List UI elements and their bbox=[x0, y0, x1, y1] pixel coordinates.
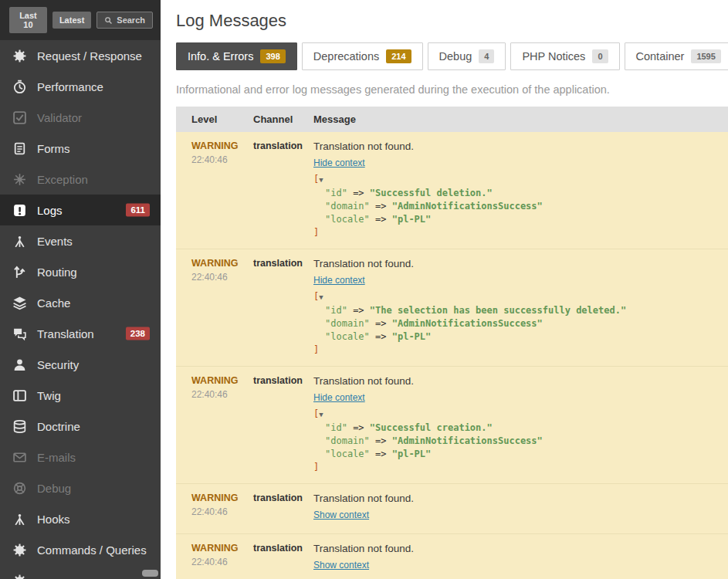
dump-value: "AdminNotificationsSuccess" bbox=[392, 318, 543, 329]
gears-icon bbox=[12, 543, 27, 557]
table-row: WARNING 22:40:46 translation Translation… bbox=[176, 534, 728, 579]
sidebar-item-commands-queries[interactable]: Commands / Queries bbox=[0, 534, 161, 565]
log-message: Translation not found. bbox=[313, 375, 728, 387]
route-icon bbox=[12, 265, 27, 279]
dump-key: "id" bbox=[325, 188, 347, 198]
hide-context-link[interactable]: Hide context bbox=[313, 157, 365, 168]
layers-icon bbox=[12, 296, 27, 310]
gears-icon bbox=[12, 49, 27, 63]
dump-key: "locale" bbox=[325, 449, 370, 459]
speech-bubbles-icon bbox=[12, 327, 27, 341]
last-10-button[interactable]: Last 10 bbox=[9, 7, 47, 33]
database-icon bbox=[12, 419, 27, 434]
sidebar-item-label: Request / Response bbox=[37, 49, 142, 63]
dump-key: "locale" bbox=[325, 331, 370, 342]
translation-count-badge: 238 bbox=[126, 327, 150, 340]
log-time: 22:40:46 bbox=[191, 272, 253, 283]
sidebar-item-validator: Validator bbox=[0, 102, 161, 133]
show-context-link[interactable]: Show context bbox=[313, 560, 369, 571]
profiler-window: Last 10 Latest Search Request / Response… bbox=[0, 0, 728, 579]
burst-icon bbox=[12, 172, 27, 187]
log-table: Level Channel Message WARNING 22:40:46 t… bbox=[176, 107, 728, 579]
table-row: WARNING 22:40:46 translation Translation… bbox=[176, 484, 728, 534]
sidebar-item-request-response[interactable]: Request / Response bbox=[0, 40, 161, 71]
dump-arrow: => bbox=[375, 214, 386, 225]
sidebar-item-performance[interactable]: Performance bbox=[0, 71, 161, 102]
log-time: 22:40:46 bbox=[191, 389, 253, 400]
sidebar-item-partial[interactable] bbox=[0, 565, 161, 579]
tab-count-badge: 4 bbox=[479, 49, 494, 63]
panel-description: Informational and error log messages gen… bbox=[176, 83, 728, 96]
sidebar-item-exception: Exception bbox=[0, 164, 161, 195]
sidebar-item-hooks[interactable]: Hooks bbox=[0, 503, 161, 534]
sidebar: Last 10 Latest Search Request / Response… bbox=[0, 0, 161, 579]
gears-icon bbox=[12, 574, 27, 579]
log-channel: translation bbox=[253, 141, 313, 239]
dump-value: "AdminNotificationsSuccess" bbox=[392, 201, 543, 212]
context-dump: [▼ "id" => "The selection has been succe… bbox=[313, 290, 728, 357]
lifebuoy-icon bbox=[12, 481, 27, 496]
tab-container[interactable]: Container 1595 bbox=[625, 42, 728, 70]
dump-value: "AdminNotificationsSuccess" bbox=[392, 435, 543, 446]
sidebar-item-events[interactable]: Events bbox=[0, 225, 161, 256]
sidebar-item-label: Performance bbox=[37, 80, 103, 93]
collapse-triangle-icon[interactable]: ▼ bbox=[319, 176, 323, 184]
dump-arrow: => bbox=[375, 201, 386, 212]
tab-deprecations[interactable]: Deprecations 214 bbox=[302, 42, 423, 70]
sidebar-item-translation[interactable]: Translation 238 bbox=[0, 318, 161, 349]
sidebar-item-cache[interactable]: Cache bbox=[0, 287, 161, 318]
collapse-triangle-icon[interactable]: ▼ bbox=[319, 411, 323, 418]
search-icon bbox=[104, 16, 113, 25]
tab-debug[interactable]: Debug 4 bbox=[428, 42, 506, 70]
dump-key: "locale" bbox=[325, 214, 370, 225]
tab-bar: Info. & Errors 398 Deprecations 214 Debu… bbox=[176, 42, 728, 70]
search-button[interactable]: Search bbox=[97, 12, 153, 29]
dump-key: "domain" bbox=[325, 318, 370, 329]
log-message: Translation not found. bbox=[313, 258, 728, 269]
tab-info-errors[interactable]: Info. & Errors 398 bbox=[176, 42, 297, 70]
collapse-triangle-icon[interactable]: ▼ bbox=[319, 293, 323, 301]
tab-count-badge: 398 bbox=[260, 49, 285, 63]
sidebar-item-label: E-mails bbox=[37, 451, 76, 464]
log-time: 22:40:46 bbox=[191, 557, 253, 567]
hide-context-link[interactable]: Hide context bbox=[313, 275, 365, 286]
sidebar-item-label: Exception bbox=[37, 173, 88, 186]
context-dump: [▼ "id" => "Successful deletion." "domai… bbox=[313, 173, 728, 239]
log-time: 22:40:46 bbox=[191, 506, 253, 517]
antenna-icon bbox=[12, 234, 27, 249]
tab-label: Deprecations bbox=[313, 50, 379, 63]
main-panel: Log Messages Info. & Errors 398 Deprecat… bbox=[161, 0, 728, 579]
sidebar-item-debug: Debug bbox=[0, 472, 161, 503]
sidebar-item-twig[interactable]: Twig bbox=[0, 380, 161, 411]
tab-count-badge: 0 bbox=[592, 49, 608, 63]
envelope-icon bbox=[12, 450, 27, 465]
log-level: WARNING bbox=[191, 375, 253, 386]
tab-label: PHP Notices bbox=[522, 50, 585, 63]
sidebar-item-logs[interactable]: Logs 611 bbox=[0, 195, 161, 225]
show-context-link[interactable]: Show context bbox=[313, 510, 369, 520]
log-channel: translation bbox=[253, 543, 313, 574]
log-message: Translation not found. bbox=[313, 493, 728, 504]
dump-value: "Successful creation." bbox=[370, 422, 493, 433]
tab-label: Debug bbox=[439, 50, 472, 63]
sidebar-item-label: Cache bbox=[37, 296, 70, 310]
exclamation-icon bbox=[12, 203, 27, 218]
dump-close-bracket: ] bbox=[313, 462, 319, 472]
tab-count-badge: 1595 bbox=[691, 49, 720, 63]
tab-count-badge: 214 bbox=[386, 49, 411, 63]
dump-key: "id" bbox=[325, 422, 347, 433]
tab-php-notices[interactable]: PHP Notices 0 bbox=[510, 42, 619, 70]
sidebar-item-label: Events bbox=[37, 235, 73, 248]
latest-button[interactable]: Latest bbox=[52, 12, 91, 29]
page-title: Log Messages bbox=[176, 11, 728, 31]
sidebar-item-label: Debug bbox=[37, 482, 71, 495]
hide-context-link[interactable]: Hide context bbox=[313, 392, 365, 403]
sidebar-item-label: Security bbox=[37, 358, 79, 371]
sidebar-item-forms[interactable]: Forms bbox=[0, 133, 161, 164]
log-channel: translation bbox=[253, 258, 313, 357]
sidebar-scrollbar-thumb[interactable] bbox=[142, 570, 158, 577]
sidebar-item-routing[interactable]: Routing bbox=[0, 256, 161, 287]
sidebar-item-security[interactable]: Security bbox=[0, 349, 161, 380]
column-header-channel: Channel bbox=[253, 113, 313, 125]
sidebar-item-doctrine[interactable]: Doctrine bbox=[0, 411, 161, 442]
